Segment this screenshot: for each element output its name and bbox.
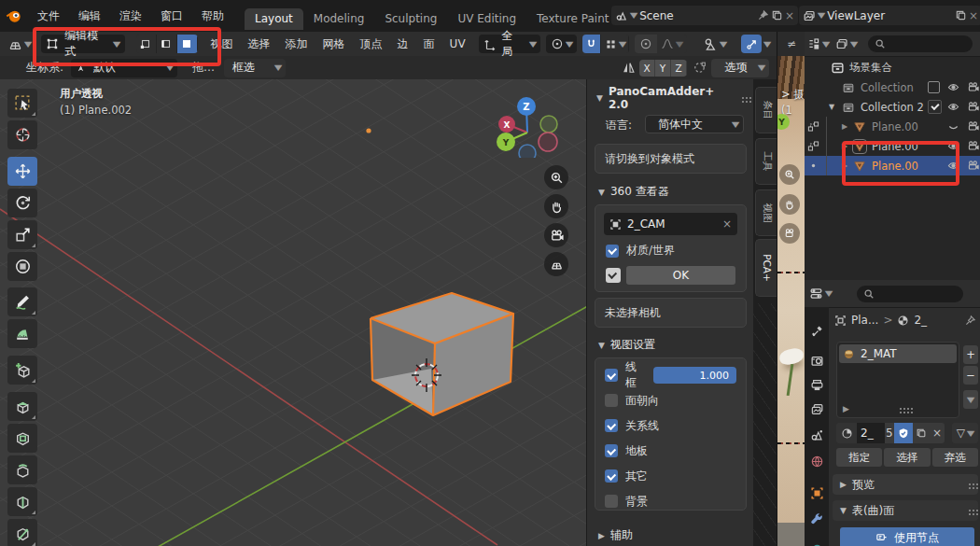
proportional-editing-toggle[interactable]: [635, 35, 657, 53]
material-action-2[interactable]: 弃选: [932, 448, 978, 467]
menu-4[interactable]: 帮助: [192, 0, 233, 32]
view-settings-header[interactable]: ▼ 视图设置: [598, 337, 655, 353]
viewport-menu-2[interactable]: 添加: [278, 36, 315, 52]
properties-tab-physics[interactable]: [808, 539, 825, 546]
expand-icon[interactable]: ▶: [842, 161, 847, 170]
close-icon[interactable]: ×: [785, 9, 794, 22]
workspace-tab-uv-editing[interactable]: UV Editing: [447, 8, 526, 30]
tool-add-cube[interactable]: [7, 356, 37, 385]
axis-toggle-z[interactable]: Z: [671, 60, 687, 77]
tool-inset-faces[interactable]: [7, 424, 37, 453]
aux-section-header[interactable]: ▶ 辅助: [598, 527, 633, 543]
tool-measure[interactable]: [7, 319, 37, 348]
tool-extrude-region[interactable]: [7, 392, 37, 421]
new-scene-icon[interactable]: [771, 9, 783, 21]
material-action-0[interactable]: 指定: [836, 448, 882, 467]
outliner-search-input[interactable]: [868, 35, 973, 52]
outliner-row-4[interactable]: ▶Plane.00: [805, 136, 980, 156]
mode-dropdown[interactable]: 编辑模式 ▼: [41, 35, 124, 53]
outliner-item-label[interactable]: Plane.00: [872, 140, 918, 153]
pivot-point-dropdown[interactable]: ▼: [546, 35, 577, 53]
tool-transform[interactable]: [7, 252, 37, 281]
viewlayer-name[interactable]: ViewLayer: [824, 9, 953, 22]
menu-0[interactable]: 文件: [28, 0, 69, 32]
outliner-row-3[interactable]: ▶Plane.00: [805, 117, 980, 136]
tool-annotate[interactable]: [7, 287, 37, 316]
tool-cursor-3d[interactable]: [7, 120, 37, 149]
fake-user-toggle[interactable]: [894, 423, 913, 443]
grip-icon[interactable]: [969, 483, 971, 485]
ok-button[interactable]: OK: [626, 266, 735, 285]
eye-icon[interactable]: [947, 160, 959, 172]
expand-icon[interactable]: ▼: [829, 103, 834, 111]
tool-move[interactable]: [7, 157, 37, 186]
outliner-row-0[interactable]: 场景集合: [805, 58, 980, 77]
copy-material-icon[interactable]: [913, 423, 930, 443]
expand-icon[interactable]: ▶: [843, 404, 849, 413]
setting-checkbox-1[interactable]: [605, 394, 618, 407]
outliner-item-label[interactable]: 场景集合: [849, 61, 892, 75]
outliner-row-1[interactable]: Collection: [805, 77, 980, 97]
snap-with-dropdown[interactable]: ▼: [601, 35, 629, 53]
mini-viewport-header[interactable]: ≠: [777, 32, 805, 57]
mesh-icon[interactable]: [853, 160, 866, 173]
gizmos-dropdown[interactable]: ▼: [735, 35, 777, 53]
properties-tab-world[interactable]: [808, 453, 825, 469]
grip-icon[interactable]: [900, 408, 902, 410]
pin-icon[interactable]: [757, 9, 769, 21]
face-select-button[interactable]: [177, 35, 198, 53]
properties-tab-scene[interactable]: [808, 427, 825, 443]
camera-visibility-icon[interactable]: [967, 81, 979, 93]
outliner-item-label[interactable]: Plane.00: [872, 160, 918, 173]
collection-root-icon[interactable]: [831, 61, 845, 75]
editor-type-dropdown[interactable]: ▼: [4, 35, 35, 53]
mesh-icon[interactable]: [853, 120, 866, 133]
properties-search-input[interactable]: [857, 286, 963, 302]
clear-icon[interactable]: ×: [722, 217, 732, 231]
expand-icon[interactable]: ▶: [842, 142, 847, 150]
pin-icon[interactable]: [964, 315, 976, 327]
users-count-button[interactable]: 5: [885, 423, 894, 443]
setting-checkbox-4[interactable]: [605, 469, 618, 483]
snap-magnet-toggle[interactable]: [582, 35, 601, 53]
scene-name[interactable]: Scene: [637, 9, 757, 22]
orientation-setting-dropdown[interactable]: 默认 ▼: [71, 59, 177, 77]
scene-selector[interactable]: ▼ Scene ×: [611, 6, 798, 25]
collection-checkbox[interactable]: [928, 100, 942, 114]
addon-panel-header[interactable]: ▼ PanoCamAdder+ 2.0: [596, 85, 744, 111]
tool-scale[interactable]: [7, 220, 37, 249]
mini-zoom-button[interactable]: [779, 164, 800, 185]
navigation-gizmo[interactable]: Z X Y: [493, 85, 571, 158]
tool-rotate[interactable]: [7, 189, 37, 217]
ok-checkbox[interactable]: [606, 268, 621, 283]
transform-orientation-dropdown[interactable]: 全局 ▼: [479, 35, 541, 53]
collection-icon[interactable]: [842, 81, 855, 94]
pan-hand-button[interactable]: [544, 194, 568, 218]
eye-icon[interactable]: [947, 101, 959, 113]
setting-checkbox-3[interactable]: [605, 444, 618, 457]
editor-type-dropdown[interactable]: ▼: [805, 287, 836, 301]
mini-viewport[interactable]: ≠ > 摄 (1 Y: [777, 32, 806, 546]
display-mode-dropdown[interactable]: ▼: [805, 37, 833, 50]
new-viewlayer-icon[interactable]: [955, 9, 967, 21]
setting-checkbox-5[interactable]: [605, 495, 618, 508]
outliner-item-label[interactable]: Plane.00: [872, 120, 918, 133]
camera-visibility-icon[interactable]: [967, 160, 979, 172]
viewport-menu-0[interactable]: 视图: [203, 36, 241, 52]
unlink-icon[interactable]: ×: [930, 423, 945, 443]
preview-panel-header[interactable]: ▶ 预览: [833, 474, 978, 495]
blender-logo-icon[interactable]: [0, 7, 28, 24]
properties-tab-modifiers[interactable]: [808, 511, 825, 527]
close-icon[interactable]: ×: [969, 9, 978, 22]
eye-icon[interactable]: [947, 140, 959, 152]
viewport-menu-4[interactable]: 顶点: [353, 36, 390, 52]
show-overlays-dropdown[interactable]: ▼: [698, 35, 732, 53]
filter-dropdown[interactable]: ▼: [833, 37, 861, 50]
material-action-1[interactable]: 选择: [884, 448, 930, 467]
material-name-field[interactable]: 2_: [857, 423, 885, 443]
material-slot-item[interactable]: 2_MAT: [839, 344, 957, 363]
mini-pan-button[interactable]: [779, 194, 800, 215]
tool-knife[interactable]: [7, 519, 37, 546]
tool-bevel[interactable]: [7, 455, 37, 484]
proportional-falloff-dropdown[interactable]: ▼: [657, 35, 687, 53]
